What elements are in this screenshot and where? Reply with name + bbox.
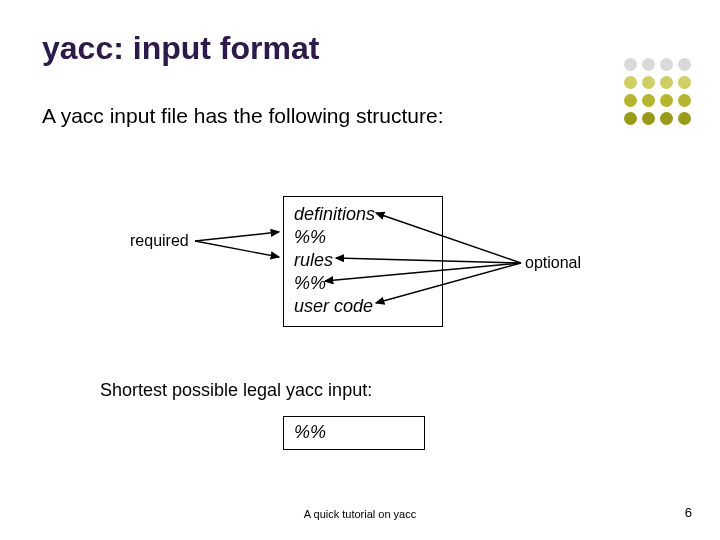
footer-text: A quick tutorial on yacc <box>0 508 720 520</box>
dot-icon <box>678 58 691 71</box>
structure-box: definitions %% rules %% user code <box>283 196 443 327</box>
dot-icon <box>678 112 691 125</box>
decorative-dots <box>624 58 692 126</box>
label-required: required <box>130 232 189 250</box>
arrow-required-to-sep1 <box>195 232 279 241</box>
slide-subtitle: A yacc input file has the following stru… <box>42 104 444 128</box>
dot-icon <box>642 112 655 125</box>
structure-line-usercode: user code <box>294 295 432 318</box>
dot-icon <box>660 112 673 125</box>
structure-line-definitions: definitions <box>294 203 432 226</box>
dot-icon <box>642 76 655 89</box>
label-optional: optional <box>525 254 581 272</box>
shortest-label: Shortest possible legal yacc input: <box>100 380 372 401</box>
structure-line-separator: %% <box>294 272 432 295</box>
shortest-box: %% <box>283 416 425 450</box>
page-number: 6 <box>685 505 692 520</box>
dot-icon <box>642 58 655 71</box>
dot-icon <box>660 58 673 71</box>
arrow-required-to-rules <box>195 241 279 257</box>
dot-icon <box>624 76 637 89</box>
dot-icon <box>642 94 655 107</box>
dot-icon <box>678 76 691 89</box>
dot-icon <box>624 94 637 107</box>
structure-line-rules: rules <box>294 249 432 272</box>
slide-title: yacc: input format <box>42 30 319 67</box>
dot-icon <box>660 76 673 89</box>
dot-icon <box>678 94 691 107</box>
structure-line-separator: %% <box>294 226 432 249</box>
dot-icon <box>660 94 673 107</box>
dot-icon <box>624 112 637 125</box>
dot-icon <box>624 58 637 71</box>
